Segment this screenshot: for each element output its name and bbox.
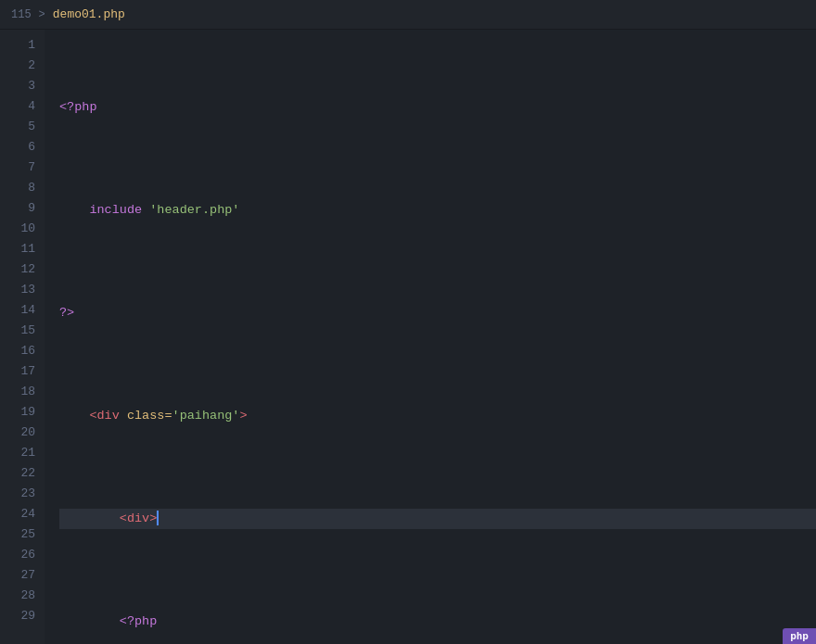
- php-status-badge: php: [783, 628, 816, 644]
- line-num-25: 25: [7, 524, 35, 545]
- line-num-13: 13: [7, 280, 35, 300]
- line-num-16: 16: [7, 341, 35, 361]
- code-line-5: <div>: [59, 509, 816, 529]
- code-editor-area[interactable]: <?php include 'header.php' ?> <div class…: [45, 30, 816, 644]
- line-num-3: 3: [7, 76, 35, 96]
- line-num-7: 7: [7, 158, 35, 178]
- line-number-indicator: 115: [11, 8, 32, 21]
- line-num-21: 21: [7, 443, 35, 463]
- code-line-2: include 'header.php': [59, 200, 816, 221]
- line-num-9: 9: [7, 198, 35, 219]
- line-num-12: 12: [7, 259, 35, 280]
- title-bar: 115 > demo01.php: [0, 0, 816, 30]
- line-num-26: 26: [7, 545, 35, 565]
- line-num-14: 14: [7, 300, 35, 321]
- line-num-22: 22: [7, 463, 35, 484]
- line-num-5: 5: [7, 117, 35, 137]
- code-line-3: ?>: [59, 303, 816, 323]
- line-num-6: 6: [7, 137, 35, 158]
- code-line-1: <?php: [59, 97, 816, 118]
- line-num-23: 23: [7, 484, 35, 504]
- line-num-27: 27: [7, 565, 35, 586]
- line-num-15: 15: [7, 321, 35, 341]
- editor: 1 2 3 4 5 6 7 8 9 10 11 12 13 14 15 16 1…: [0, 30, 816, 644]
- line-num-19: 19: [7, 402, 35, 423]
- line-num-1: 1: [7, 35, 35, 56]
- line-num-20: 20: [7, 423, 35, 443]
- breadcrumb-arrow: >: [39, 8, 45, 21]
- line-num-4: 4: [7, 96, 35, 117]
- code-line-6: <?php: [59, 612, 816, 632]
- filename-label: demo01.php: [53, 7, 125, 21]
- line-numbers-gutter: 1 2 3 4 5 6 7 8 9 10 11 12 13 14 15 16 1…: [0, 30, 45, 644]
- line-num-24: 24: [7, 504, 35, 524]
- line-num-2: 2: [7, 56, 35, 76]
- line-num-18: 18: [7, 382, 35, 402]
- file-tab[interactable]: demo01.php: [53, 7, 125, 21]
- line-num-8: 8: [7, 178, 35, 198]
- line-num-28: 28: [7, 586, 35, 606]
- line-num-10: 10: [7, 219, 35, 239]
- line-num-29: 29: [7, 606, 35, 626]
- line-num-17: 17: [7, 361, 35, 382]
- code-line-4: <div class='paihang'>: [59, 406, 816, 426]
- line-num-11: 11: [7, 239, 35, 259]
